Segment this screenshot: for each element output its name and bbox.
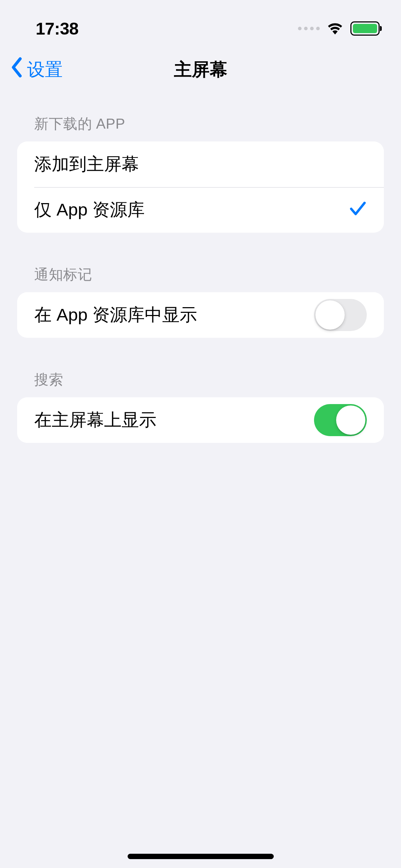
section-header-badges: 通知标记 — [17, 265, 384, 292]
back-button[interactable]: 设置 — [10, 57, 63, 82]
group-badges: 在 App 资源库中显示 — [17, 292, 384, 338]
status-right — [298, 21, 380, 36]
back-label: 设置 — [27, 58, 63, 82]
option-label: 仅 App 资源库 — [34, 198, 145, 222]
toggle-show-on-home[interactable] — [314, 404, 367, 436]
page-title: 主屏幕 — [174, 58, 227, 82]
row-show-in-library: 在 App 资源库中显示 — [17, 292, 384, 338]
option-app-library-only[interactable]: 仅 App 资源库 — [17, 187, 384, 233]
group-downloads: 添加到主屏幕 仅 App 资源库 — [17, 141, 384, 233]
option-add-to-home[interactable]: 添加到主屏幕 — [17, 141, 384, 187]
option-label: 添加到主屏幕 — [34, 153, 139, 176]
content: 新下载的 APP 添加到主屏幕 仅 App 资源库 通知标记 在 App 资源库… — [0, 93, 401, 443]
row-label: 在 App 资源库中显示 — [34, 303, 197, 327]
toggle-show-in-library[interactable] — [314, 299, 367, 331]
battery-icon — [350, 21, 380, 36]
group-search: 在主屏幕上显示 — [17, 397, 384, 443]
row-label: 在主屏幕上显示 — [34, 408, 156, 432]
section-header-downloads: 新下载的 APP — [17, 114, 384, 141]
row-show-on-home: 在主屏幕上显示 — [17, 397, 384, 443]
cellular-dots-icon — [298, 27, 320, 30]
checkmark-icon — [349, 199, 367, 221]
wifi-icon — [326, 21, 344, 36]
status-time: 17:38 — [36, 19, 78, 38]
section-header-search: 搜索 — [17, 370, 384, 397]
home-indicator — [128, 854, 274, 859]
status-bar: 17:38 — [0, 0, 401, 46]
chevron-left-icon — [10, 57, 24, 82]
nav-bar: 设置 主屏幕 — [0, 46, 401, 93]
